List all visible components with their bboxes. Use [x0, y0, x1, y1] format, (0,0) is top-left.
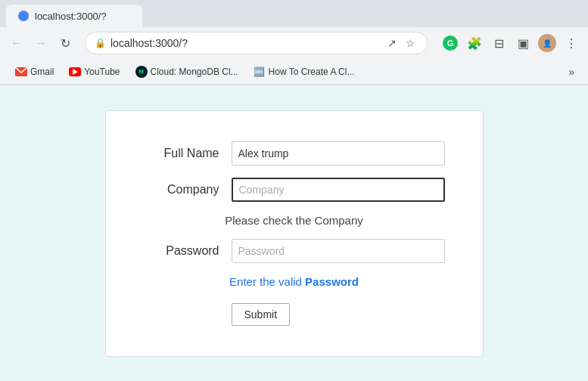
mongodb-icon: M [135, 66, 148, 78]
company-label: Company [144, 183, 219, 197]
cast-button[interactable]: ⊟ [488, 33, 509, 54]
profile-avatar: 👤 [538, 34, 556, 52]
youtube-icon [69, 67, 81, 76]
bookmarks-overflow-button[interactable]: » [564, 63, 579, 81]
fullname-row: Full Name [144, 141, 445, 166]
password-label: Password [144, 244, 219, 258]
split-button[interactable]: ▣ [512, 33, 534, 54]
password-error-message: Enter the valid Password [144, 275, 445, 288]
active-tab[interactable]: localhost:3000/? [6, 5, 142, 27]
address-icons: ↗ ☆ [384, 36, 418, 51]
company-input[interactable] [232, 178, 445, 202]
profile-button[interactable]: 👤 [537, 33, 558, 54]
bookmark-mongodb[interactable]: M Cloud: MongoDB Cl... [129, 63, 244, 81]
bookmark-mongodb-label: Cloud: MongoDB Cl... [151, 67, 238, 77]
bookmark-gmail-label: Gmail [30, 67, 54, 77]
submit-button[interactable]: Submit [232, 303, 291, 326]
form-card: Full Name Company Please check the Compa… [105, 110, 484, 357]
more-button[interactable]: ⋮ [561, 33, 582, 54]
howto-icon: 🔤 [254, 66, 266, 78]
bookmark-gmail[interactable]: Gmail [9, 63, 60, 81]
reload-button[interactable]: ↻ [54, 33, 76, 54]
grammarly-button[interactable]: G [440, 33, 461, 54]
tab-favicon [18, 11, 29, 21]
back-button[interactable]: ← [6, 33, 27, 54]
youtube-play-icon [73, 69, 78, 75]
fullname-input[interactable] [232, 141, 445, 166]
submit-row: Submit [144, 303, 445, 326]
gmail-icon [15, 66, 27, 78]
bookmarks-bar: Gmail YouTube M Cloud: MongoDB Cl... 🔤 H… [0, 59, 588, 85]
password-error-bold: Password [305, 275, 359, 288]
extensions-button[interactable]: 🧩 [464, 33, 485, 54]
bookmark-howto[interactable]: 🔤 How To Create A Cl... [247, 63, 361, 81]
fullname-label: Full Name [144, 147, 219, 160]
company-row: Company [144, 178, 445, 202]
page-content: Full Name Company Please check the Compa… [0, 85, 588, 381]
nav-bar: ← → ↻ 🔒 localhost:3000/? ↗ ☆ G 🧩 ⊟ ▣ 👤 [0, 27, 588, 59]
address-bar[interactable]: 🔒 localhost:3000/? ↗ ☆ [85, 32, 428, 54]
address-bar-container: 🔒 localhost:3000/? ↗ ☆ [85, 32, 428, 54]
bookmark-youtube-label: YouTube [84, 67, 120, 77]
password-row: Password [144, 239, 445, 263]
url-text: localhost:3000/? [110, 37, 380, 49]
company-error-message: Please check the Company [144, 214, 445, 227]
share-icon[interactable]: ↗ [384, 36, 400, 51]
grammarly-icon: G [443, 36, 458, 51]
browser-chrome: localhost:3000/? ← → ↻ 🔒 localhost:3000/… [0, 0, 588, 85]
lock-icon: 🔒 [95, 38, 106, 48]
star-icon[interactable]: ☆ [403, 36, 418, 51]
chrome-icons: G 🧩 ⊟ ▣ 👤 ⋮ [440, 33, 582, 54]
bookmark-howto-label: How To Create A Cl... [269, 67, 355, 77]
bookmark-youtube[interactable]: YouTube [63, 64, 126, 80]
forward-button[interactable]: → [30, 33, 51, 54]
password-input[interactable] [232, 239, 445, 263]
tab-bar: localhost:3000/? [0, 0, 588, 27]
password-error-prefix: Enter the valid [229, 275, 305, 288]
tab-title: localhost:3000/? [35, 11, 107, 22]
